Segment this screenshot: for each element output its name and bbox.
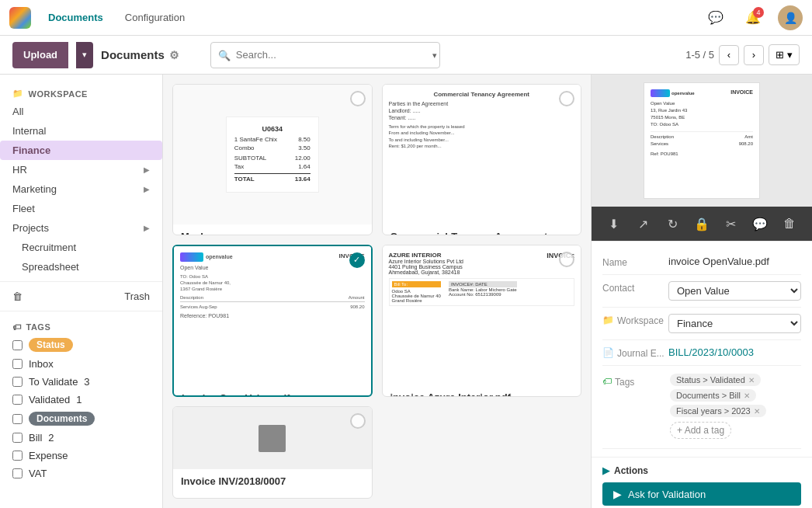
sidebar-item-finance[interactable]: Finance [0,141,162,160]
nav-documents[interactable]: Documents [43,9,108,26]
workspace-select[interactable]: Finance [668,314,801,333]
activity-icon-btn[interactable]: 🔔 4 [741,5,765,30]
sidebar-item-hr[interactable]: HR ▶ [0,160,162,179]
upload-arrow-button[interactable]: ▾ [76,42,93,68]
doc-thumb-tenancy: Commercial Tenancy Agreement Parties in … [383,85,581,224]
to-validate-tag-item[interactable]: To Validate 3 [0,373,162,391]
sidebar-item-fleet[interactable]: Fleet [0,199,162,218]
card3-checkbox[interactable]: ✓ [349,252,365,268]
ask-validation-icon: ▶ [613,488,622,500]
replace-icon[interactable]: ↻ [661,213,683,235]
add-tag-button[interactable]: + Add a tag [670,422,731,439]
share-icon[interactable]: ↗ [633,213,654,235]
card2-info: Commercial-Tenancy-Agreement... To Valid… [383,224,581,235]
sidebar-item-all[interactable]: All [0,102,162,121]
card5-info: Invoice INV/2018/0007 [173,469,372,498]
name-label: Name [602,256,661,268]
validated-count: 1 [76,394,82,405]
doc-card-inv2018[interactable]: Invoice INV/2018/0007 [172,406,373,499]
vat-tag-item[interactable]: VAT [0,465,162,482]
upload-button[interactable]: Upload [12,42,68,68]
card4-checkbox[interactable] [559,252,574,267]
doc-card-openvalue[interactable]: openvalue INVOICE Open Value TO: Odoo SA… [172,245,373,398]
card3-info: invoice OpenValue.pdf Journal Entry: BIL… [174,386,371,398]
journal-value[interactable]: BILL/2023/10/0003 [668,346,801,358]
sidebar-item-marketing[interactable]: Marketing ▶ [0,179,162,199]
pagination: 1-5 / 5 ‹ › ⊞ ▾ [685,44,800,65]
trash-icon: 🗑 [12,291,23,302]
card2-checkbox[interactable] [559,91,574,106]
bill-checkbox[interactable] [12,433,23,443]
search-wrap: 🔍 ▾ [210,42,440,68]
search-dropdown-icon[interactable]: ▾ [432,50,437,60]
workspace-folder-icon: 📁 [602,315,614,325]
doc-thumb-openvalue: openvalue INVOICE Open Value TO: Odoo SA… [174,246,371,386]
doc-card-tenancy[interactable]: Commercial Tenancy Agreement Parties in … [382,84,582,235]
doc-card-azure[interactable]: AZURE INTERIOR Azure Interior Solutions … [382,245,582,398]
tags-wrap: Status > Validated ✕ Documents > Bill ✕ … [668,372,801,442]
hr-arrow-icon: ▶ [144,165,150,174]
sidebar-item-trash[interactable]: 🗑 Trash [0,287,162,306]
toolbar-title: Documents ⚙ [101,48,179,61]
prev-page-button[interactable]: ‹ [719,45,739,65]
chat-icon-btn[interactable]: 💬 [703,5,728,30]
view-toggle-button[interactable]: ⊞ ▾ [769,44,800,65]
journal-label: Journal E... [617,346,665,359]
expense-checkbox[interactable] [12,451,23,461]
app-logo[interactable] [9,7,31,29]
actions-title: ▶ Actions [602,465,801,476]
vat-label: VAT [29,468,47,479]
card5-checkbox[interactable] [350,413,366,429]
inbox-tag-item[interactable]: Inbox [0,355,162,373]
tag-remove-0[interactable]: ✕ [748,376,755,384]
vat-checkbox[interactable] [12,468,23,478]
card4-info: invoice Azure Interior.pdf To Validate 🕐… [383,385,581,398]
expense-tag-item[interactable]: Expense [0,447,162,465]
inbox-checkbox[interactable] [12,359,23,369]
actions-section: ▶ Actions ▶ Ask for Validation ▶ Move To… [592,457,812,508]
delete-icon[interactable]: 🗑 [779,213,800,235]
documents-checkbox[interactable] [12,414,23,424]
search-icon: 🔍 [218,49,231,61]
to-validate-count: 3 [84,376,89,388]
doc-card-meal-expense[interactable]: U0634 1 SantaFe Chix8.50 Combo3.50 SUBTO… [172,84,373,235]
bill-count: 2 [48,432,54,444]
split-icon[interactable]: ✂ [720,213,742,235]
sidebar-item-spreadsheet[interactable]: Spreadsheet [0,257,162,277]
sidebar-item-projects[interactable]: Projects ▶ [0,218,162,238]
status-badge: Status [29,338,73,352]
grid-view-icon: ⊞ [776,49,784,61]
name-row: Name invoice OpenValue.pdf [602,249,801,275]
ask-for-validation-button[interactable]: ▶ Ask for Validation [602,482,801,506]
nav-configuration[interactable]: Configuration [120,9,189,26]
panel-preview: openvalue INVOICE Open Value 13, Rue Jar… [592,75,812,207]
card1-checkbox[interactable] [350,91,366,106]
tag-remove-2[interactable]: ✕ [754,407,760,416]
validated-tag-item[interactable]: Validated 1 [0,391,162,409]
settings-gear-icon[interactable]: ⚙ [169,49,179,61]
inbox-label: Inbox [29,358,54,370]
validated-checkbox[interactable] [12,395,23,405]
top-nav: Documents Configuration 💬 🔔 4 👤 [0,0,812,36]
download-icon[interactable]: ⬇ [603,213,625,235]
to-validate-checkbox[interactable] [12,377,23,387]
view-dropdown-icon: ▾ [787,49,793,61]
documents-tag-item[interactable]: Documents [0,409,162,429]
bill-tag-item[interactable]: Bill 2 [0,429,162,447]
sidebar-item-recruitment[interactable]: Recruitment [0,238,162,257]
next-page-button[interactable]: › [744,45,764,65]
contact-select[interactable]: Open Value [668,281,801,301]
status-tag-item[interactable]: Status [0,335,162,355]
tags-tag-icon: 🏷 [602,376,612,387]
search-input[interactable] [210,42,440,68]
tag-remove-1[interactable]: ✕ [744,391,750,400]
comment-icon[interactable]: 💬 [749,213,771,235]
user-avatar[interactable]: 👤 [778,5,803,30]
tag-status-validated: Status > Validated ✕ [670,374,761,386]
panel-actions-bar: ⬇ ↗ ↻ 🔒 ✂ 💬 🗑 [592,207,812,242]
sidebar-item-internal[interactable]: Internal [0,121,162,141]
lock-icon[interactable]: 🔒 [691,213,713,235]
doc-thumb-meal: U0634 1 SantaFe Chix8.50 Combo3.50 SUBTO… [173,85,372,224]
status-checkbox[interactable] [12,340,23,350]
card1-info: Meal expense Expense ✉ ☆ 👤 [173,224,372,235]
